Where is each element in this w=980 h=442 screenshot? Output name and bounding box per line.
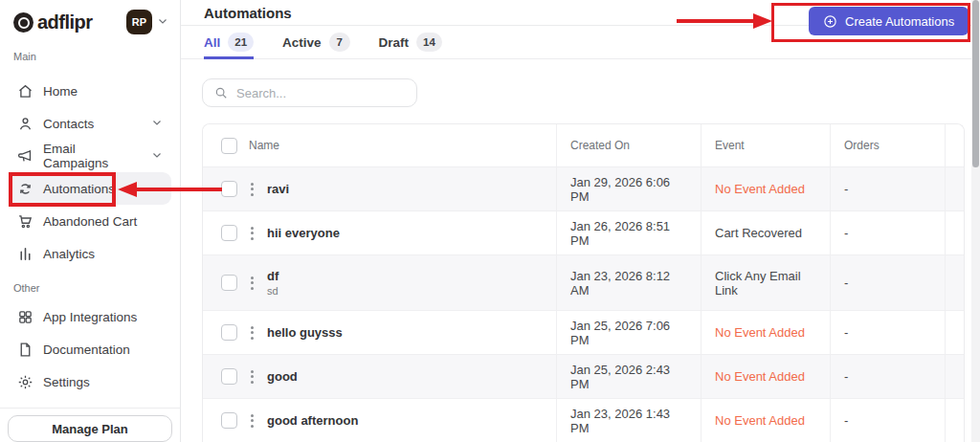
automation-name[interactable]: ravi bbox=[267, 182, 289, 196]
table-row: df sd Jan 23, 2026 8:12 AM Click Any Ema… bbox=[203, 254, 964, 310]
event: No Event Added bbox=[702, 311, 831, 354]
contacts-icon bbox=[17, 116, 33, 132]
automation-name[interactable]: hello guysss bbox=[267, 325, 343, 340]
automations-table: Name Created On Event Orders ravi Jan 29… bbox=[202, 123, 965, 442]
select-all-checkbox[interactable] bbox=[221, 138, 237, 154]
sidebar: adflipr RP Main Home Contacts bbox=[0, 0, 181, 442]
automation-subtitle: sd bbox=[267, 285, 278, 297]
orders: - bbox=[831, 211, 946, 254]
sidebar-nav: Main Home Contacts Email Campaigns Autom… bbox=[0, 44, 180, 408]
row-checkbox[interactable] bbox=[221, 412, 237, 429]
row-checkbox[interactable] bbox=[221, 275, 237, 291]
sidebar-item-analytics[interactable]: Analytics bbox=[9, 237, 171, 270]
main-panel: Automations Create Automations All 21 Ac… bbox=[181, 0, 980, 442]
row-menu-icon[interactable] bbox=[249, 410, 256, 431]
table-row: hello guysss Jan 25, 2026 7:06 PM No Eve… bbox=[203, 310, 964, 354]
row-menu-icon[interactable] bbox=[249, 322, 256, 343]
row-menu-icon[interactable] bbox=[249, 366, 256, 387]
automation-name[interactable]: good bbox=[267, 369, 298, 384]
brand-row: adflipr RP bbox=[0, 0, 180, 44]
tab-label: All bbox=[204, 35, 220, 50]
adflipr-logo-text: adflipr bbox=[37, 11, 93, 33]
tab-label: Active bbox=[282, 35, 322, 50]
search-input[interactable] bbox=[236, 86, 405, 100]
sidebar-item-automations[interactable]: Automations bbox=[9, 172, 171, 205]
event: No Event Added bbox=[702, 355, 831, 398]
column-header-extra bbox=[946, 124, 969, 166]
megaphone-icon bbox=[17, 148, 33, 165]
sidebar-item-app-integrations[interactable]: App Integrations bbox=[9, 300, 171, 333]
row-menu-icon[interactable] bbox=[249, 273, 256, 294]
page-title: Automations bbox=[204, 5, 292, 21]
content-area: Name Created On Event Orders ravi Jan 29… bbox=[181, 59, 980, 442]
tab-count-badge: 14 bbox=[416, 33, 442, 52]
table-row: ravi Jan 29, 2026 6:06 PM No Event Added… bbox=[203, 166, 964, 210]
manage-plan-button[interactable]: Manage Plan bbox=[8, 415, 172, 442]
create-automations-button[interactable]: Create Automations bbox=[809, 7, 969, 35]
row-checkbox[interactable] bbox=[221, 324, 237, 341]
page-header: Automations Create Automations bbox=[181, 0, 980, 26]
sidebar-item-label: App Integrations bbox=[43, 310, 137, 324]
create-automations-label: Create Automations bbox=[845, 14, 954, 29]
table-row: good afternoon Jan 23, 2026 1:43 PM No E… bbox=[203, 398, 964, 442]
tab-count-badge: 21 bbox=[228, 33, 254, 52]
table-row: good Jan 25, 2026 2:43 PM No Event Added… bbox=[203, 354, 964, 398]
column-header-created: Created On bbox=[557, 124, 702, 166]
automation-name[interactable]: hii everyone bbox=[267, 226, 340, 240]
automation-icon bbox=[17, 181, 33, 197]
gear-icon bbox=[17, 374, 33, 390]
row-menu-icon[interactable] bbox=[249, 179, 256, 200]
tab-draft[interactable]: Draft 14 bbox=[379, 26, 442, 59]
home-icon bbox=[17, 83, 33, 99]
sidebar-item-label: Automations bbox=[43, 182, 115, 196]
sidebar-item-label: Home bbox=[43, 84, 78, 99]
column-header-orders: Orders bbox=[831, 124, 946, 166]
automation-name[interactable]: df bbox=[267, 269, 278, 283]
event: Cart Recovered bbox=[702, 211, 831, 254]
chevron-down-icon bbox=[151, 117, 163, 131]
sidebar-item-email-campaigns[interactable]: Email Campaigns bbox=[9, 140, 171, 172]
vertical-scrollbar-track[interactable] bbox=[971, 0, 980, 442]
tab-active[interactable]: Active 7 bbox=[282, 26, 350, 59]
table-header-row: Name Created On Event Orders bbox=[203, 124, 964, 166]
sidebar-footer: Manage Plan bbox=[0, 408, 180, 442]
adflipr-logo[interactable]: adflipr bbox=[13, 11, 93, 33]
row-checkbox[interactable] bbox=[221, 368, 237, 385]
apps-icon bbox=[17, 309, 33, 325]
app-window: adflipr RP Main Home Contacts bbox=[0, 0, 980, 442]
orders: - bbox=[831, 167, 946, 210]
event: No Event Added bbox=[702, 399, 831, 442]
tab-count-badge: 7 bbox=[329, 33, 350, 52]
created-on: Jan 23, 2026 8:12 AM bbox=[557, 255, 702, 310]
avatar[interactable]: RP bbox=[126, 10, 152, 34]
table-row: hii everyone Jan 26, 2026 8:51 PM Cart R… bbox=[203, 210, 964, 254]
created-on: Jan 26, 2026 8:51 PM bbox=[557, 211, 702, 254]
orders: - bbox=[831, 311, 946, 354]
sidebar-item-contacts[interactable]: Contacts bbox=[9, 107, 171, 140]
sidebar-item-label: Email Campaigns bbox=[43, 142, 142, 170]
sidebar-section-main: Main bbox=[13, 50, 167, 63]
sidebar-section-other: Other bbox=[13, 281, 167, 295]
event: Click Any Email Link bbox=[702, 255, 831, 310]
sidebar-item-abandoned-cart[interactable]: Abandoned Cart bbox=[9, 205, 171, 237]
account-menu[interactable]: RP bbox=[126, 10, 168, 34]
orders: - bbox=[831, 355, 946, 398]
cart-icon bbox=[17, 213, 33, 230]
automation-name[interactable]: good afternoon bbox=[267, 413, 358, 428]
search-box bbox=[202, 78, 417, 107]
row-menu-icon[interactable] bbox=[249, 223, 256, 244]
created-on: Jan 29, 2026 6:06 PM bbox=[557, 167, 702, 210]
tab-all[interactable]: All 21 bbox=[204, 26, 254, 59]
row-checkbox[interactable] bbox=[221, 181, 237, 197]
sidebar-item-label: Settings bbox=[43, 375, 90, 389]
vertical-scrollbar-thumb[interactable] bbox=[972, 0, 979, 167]
sidebar-item-home[interactable]: Home bbox=[9, 75, 171, 107]
chevron-down-icon bbox=[151, 149, 163, 164]
orders: - bbox=[831, 399, 946, 442]
row-checkbox[interactable] bbox=[221, 225, 237, 241]
sidebar-item-documentation[interactable]: Documentation bbox=[9, 333, 171, 365]
created-on: Jan 25, 2026 2:43 PM bbox=[557, 355, 702, 398]
sidebar-item-settings[interactable]: Settings bbox=[9, 365, 171, 398]
sidebar-item-label: Abandoned Cart bbox=[43, 214, 137, 229]
created-on: Jan 23, 2026 1:43 PM bbox=[557, 399, 702, 442]
